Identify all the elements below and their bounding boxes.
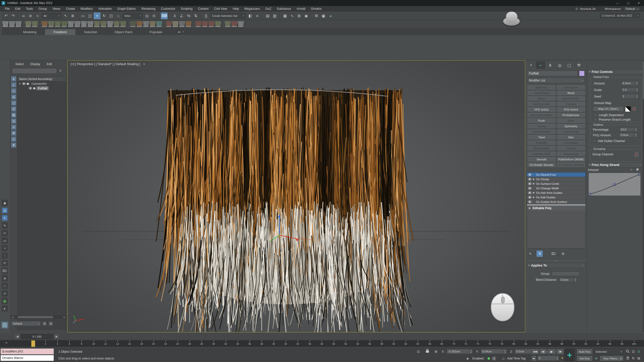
undo-tool-icon[interactable]: ↶ [2,260,8,266]
next-key-button[interactable]: ||▶ [556,349,564,354]
previous-key-button[interactable]: ◀|| [539,349,547,354]
menu-graph-editors[interactable]: Graph Editors [114,6,139,12]
undo-icon[interactable]: ↶ [3,13,9,19]
ox-toolbar-button-1[interactable] [3,21,8,27]
ox-toolbar-button-33[interactable] [231,21,237,27]
panel-scrollbar[interactable] [642,61,644,332]
scene-explorer-hscrollbar[interactable]: ◀ ▶ [11,315,66,319]
modifier-button-smooth[interactable]: Smooth [527,157,556,162]
ornatrix-logo-icon[interactable]: ◆ [2,200,8,206]
motion-tab[interactable]: ◎ [555,62,564,69]
frame-display[interactable]: 0 / 100 [21,334,53,339]
next-frame-button[interactable]: ▶ [54,334,59,339]
hierarchy-tab[interactable]: ⋔ [546,62,554,69]
menu-tools[interactable]: Tools [23,6,36,12]
maxscript-listener-white[interactable]: Ornatrix Warnin [1,355,54,361]
key-mode-icon[interactable]: ✦ [559,355,565,361]
amount-curve-editor[interactable] [588,173,641,196]
modifier-button-skin[interactable]: Skin [557,135,585,140]
braid-tool-icon[interactable]: ≋ [2,275,8,281]
named-selection-sets-icon[interactable]: {} [203,13,209,19]
ox-toolbar-button-24[interactable] [166,21,172,27]
window-crossing-icon[interactable]: ◫ [87,13,93,19]
viewport-label[interactable]: [+] [ Perspective ] [ Standard* ] [ Defa… [71,62,145,66]
scene-explorer-toggle-icon[interactable]: ▤ [264,13,271,19]
menu-animation[interactable]: Animation [96,6,114,12]
modifier-eye-icon[interactable] [528,192,532,194]
ribbon-tab-modeling[interactable]: Modeling [15,29,45,35]
play-button[interactable]: ▶ [547,349,556,354]
ox-toolbar-button-26[interactable] [179,21,185,27]
menu-arnold[interactable]: Arnold [294,6,308,12]
create-tab[interactable]: + [527,62,535,69]
delete-tool-icon[interactable]: ⌦ [2,268,8,274]
explorer-filter-icon-12[interactable]: ⚙ [11,143,16,148]
angle-snap-icon[interactable]: ∠ [178,13,185,19]
stack-item-ox-surface-comb[interactable]: ▶Ox Surface Comb [527,182,585,186]
mini-curve-editor-icon[interactable]: ⁞∿ [4,341,8,344]
viewport[interactable]: [+] [ Perspective ] [ Standard* ] [ Defa… [67,60,525,332]
modifier-list-dropdown[interactable]: Modifier List▾ [527,78,585,83]
select-by-name-icon[interactable]: ≣ [69,13,76,19]
menu-create[interactable]: Create [63,6,78,12]
close-button[interactable]: ✕ [633,0,644,6]
guide-tool-icon[interactable]: ▭ [2,238,8,244]
explorer-filter-icon-8[interactable]: ◫ [11,118,16,124]
menu-edit[interactable]: Edit [12,6,23,12]
menu-views[interactable]: Views [50,6,63,12]
mirror-icon[interactable]: ◧ [247,13,254,19]
clear-search-icon[interactable]: ✕ [59,69,62,73]
track-bar[interactable]: ⁞∿ 0246810121416182022242628303234363840… [0,340,644,347]
stack-expander-icon[interactable]: ▶ [533,183,535,185]
set-key-button[interactable]: Set Key [577,355,593,361]
stack-item-ox-change-width[interactable]: Ox Change Width [527,186,585,191]
object-name-field[interactable]: FurBall [527,71,578,76]
add-time-tag[interactable]: Add Time Tag [507,357,526,360]
menu-help[interactable]: Help [230,6,242,12]
ox-toolbar-button-17[interactable] [114,21,119,27]
modify-tab[interactable]: ⌁ [536,62,545,69]
seed-spinner[interactable]: 1▴▾ [621,94,639,99]
modifier-button-bend[interactable]: Bend [557,91,585,96]
adaptive-degradation-icon[interactable]: ◈ [465,355,470,361]
modifier-label[interactable]: Ox Change Width [536,187,559,190]
show-end-result-icon[interactable]: ⚗ [537,251,543,257]
keyboard-shortcut-override-icon[interactable]: ⌨ [161,13,168,19]
object-color-swatch[interactable] [579,71,585,76]
ox-toolbar-button-15[interactable] [101,21,106,27]
explorer-menu-select[interactable]: Select [15,62,24,66]
map-swatch-icon[interactable] [625,106,631,112]
modifier-button-twist[interactable]: Twist [527,135,556,140]
absolute-mode-icon[interactable]: ⊞ [433,349,439,354]
modifier-eye-icon[interactable] [528,178,532,180]
zoom-icon[interactable] [625,348,631,354]
modifier-button-ox-rotate-strands[interactable]: Ox Rotate Strands [527,163,556,167]
menu-substance[interactable]: Substance [274,6,294,12]
display-tab[interactable]: ▢ [565,62,574,69]
select-and-rotate-icon[interactable]: ↻ [101,13,107,19]
ox-toolbar-button-5[interactable] [32,21,37,27]
select-object-icon[interactable]: ↖ [62,13,69,19]
ox-toolbar-button-32[interactable] [225,21,230,27]
scale-spinner[interactable]: 1.0▴▾ [621,87,639,92]
schematic-view-icon[interactable]: ⊞ [296,13,302,19]
ox-toolbar-button-11[interactable] [74,21,80,27]
viewport-filter-icon[interactable]: ▼ [143,63,145,66]
menu-file[interactable]: File [2,6,12,12]
modifier-button-ffd-4x4x4[interactable]: FFD 4x4x4 [557,107,585,112]
stack-item-ox-guides-from-surface[interactable]: Ox Guides from Surface [527,200,585,204]
outlier-frizz-amount-spinner[interactable]: 5.0cm▴▾ [619,133,638,137]
viewport-layout-tab-icon[interactable] [1,321,9,329]
percentage-spinner[interactable]: 10.0▴▾ [619,127,638,132]
curve-editor-icon[interactable]: ∿ [289,13,295,19]
ox-toolbar-button-4[interactable] [25,21,31,27]
ox-toolbar-button-23[interactable] [156,21,162,27]
ribbon-toggle-icon[interactable]: ▦ [282,13,288,19]
map-enable-icon[interactable]: ✔ [632,106,637,111]
reference-coordinate-dropdown[interactable]: View▾ [123,13,142,19]
select-and-manipulate-icon[interactable]: ⊙ [151,13,157,19]
group-channel-icon[interactable]: ✔ [634,151,639,158]
bind-to-space-warp-icon[interactable]: ≈ [34,13,41,19]
stack-item-ox-strand-frizz[interactable]: Ox Strand Frizz [527,172,585,177]
modifier-button-push[interactable]: Push [527,118,556,123]
